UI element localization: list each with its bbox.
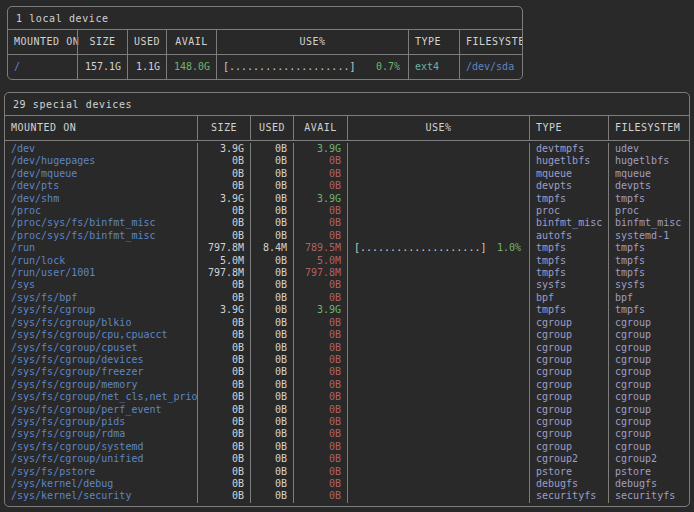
filesystem-value: cgroup	[608, 342, 689, 354]
size-value: 0B	[197, 366, 250, 378]
table-row: /sys/fs/cgroup/pids0B0B0Bcgroupcgroup	[5, 416, 689, 428]
used-value: 0B	[250, 205, 293, 217]
avail-value: 0B	[293, 354, 347, 366]
type-value: proc	[529, 205, 608, 217]
table-row: /run/user/1001797.8M0B797.8Mtmpfstmpfs	[5, 267, 689, 279]
size-value: 0B	[197, 354, 250, 366]
type-value: ext4	[408, 55, 459, 79]
avail-value: 148.0G	[166, 55, 216, 79]
col-header-type: TYPE	[529, 116, 608, 140]
type-value: binfmt_misc	[529, 217, 608, 229]
table-row: /sys/kernel/debug0B0B0Bdebugfsdebugfs	[5, 478, 689, 490]
type-value: cgroup	[529, 428, 608, 440]
col-header-filesystem: FILESYSTEM	[459, 30, 522, 54]
usage-cell: [....................]0.7%	[216, 55, 408, 79]
type-value: cgroup	[529, 317, 608, 329]
mount-point: /sys/kernel/debug	[5, 478, 197, 490]
size-value: 3.9G	[197, 143, 250, 155]
used-value: 0B	[250, 193, 293, 205]
type-value: securityfs	[529, 490, 608, 502]
type-value: cgroup	[529, 366, 608, 378]
type-value: cgroup	[529, 391, 608, 403]
table-title: 29 special devices	[5, 93, 689, 116]
filesystem-value: cgroup	[608, 354, 689, 366]
filesystem-value: cgroup	[608, 416, 689, 428]
avail-value: 0B	[293, 379, 347, 391]
mount-point: /sys/fs/cgroup/unified	[5, 453, 197, 465]
usage-cell	[347, 354, 529, 366]
avail-value: 0B	[293, 155, 347, 167]
mount-point: /sys/fs/cgroup/systemd	[5, 441, 197, 453]
type-value: cgroup	[529, 404, 608, 416]
used-value: 0B	[250, 267, 293, 279]
usage-cell	[347, 379, 529, 391]
type-value: cgroup	[529, 342, 608, 354]
usage-cell	[347, 441, 529, 453]
filesystem-value: tmpfs	[608, 304, 689, 316]
table-row: /sys/fs/cgroup/devices0B0B0Bcgroupcgroup	[5, 354, 689, 366]
usage-bar: [....................]	[223, 55, 355, 79]
type-value: tmpfs	[529, 304, 608, 316]
type-value: tmpfs	[529, 193, 608, 205]
size-value: 0B	[197, 217, 250, 229]
usage-cell	[347, 490, 529, 502]
avail-value: 0B	[293, 428, 347, 440]
avail-value: 0B	[293, 391, 347, 403]
size-value: 0B	[197, 441, 250, 453]
table-row: /sys0B0B0Bsysfssysfs	[5, 279, 689, 291]
used-value: 0B	[250, 453, 293, 465]
mount-point: /run	[5, 242, 197, 254]
size-value: 0B	[197, 329, 250, 341]
avail-value: 0B	[293, 416, 347, 428]
filesystem-value: cgroup	[608, 391, 689, 403]
mount-point: /dev/pts	[5, 180, 197, 192]
used-value: 0B	[250, 391, 293, 403]
size-value: 0B	[197, 292, 250, 304]
filesystem-value: tmpfs	[608, 267, 689, 279]
type-value: devpts	[529, 180, 608, 192]
table-row: /dev/mqueue0B0B0Bmqueuemqueue	[5, 168, 689, 180]
type-value: cgroup	[529, 329, 608, 341]
mount-point: /sys/fs/cgroup/pids	[5, 416, 197, 428]
filesystem-value: binfmt_misc	[608, 217, 689, 229]
mount-point: /sys/fs/cgroup/memory	[5, 379, 197, 391]
special-devices-table: 29 special devices MOUNTED ON SIZE USED …	[4, 92, 690, 507]
avail-value: 0B	[293, 217, 347, 229]
avail-value: 0B	[293, 478, 347, 490]
filesystem-value: cgroup	[608, 329, 689, 341]
type-value: cgroup	[529, 416, 608, 428]
type-value: cgroup	[529, 379, 608, 391]
filesystem-value: securityfs	[608, 490, 689, 502]
type-value: devtmpfs	[529, 143, 608, 155]
usage-cell	[347, 317, 529, 329]
table-body: /157.1G1.1G148.0G[....................]0…	[8, 55, 522, 79]
used-value: 1.1G	[127, 55, 166, 79]
mount-point: /proc/sys/fs/binfmt_misc	[5, 217, 197, 229]
usage-percent: 0.7%	[376, 55, 400, 79]
usage-cell	[347, 404, 529, 416]
table-row: /sys/fs/cgroup/cpuset0B0B0Bcgroupcgroup	[5, 342, 689, 354]
size-value: 0B	[197, 155, 250, 167]
table-row: /sys/fs/cgroup/rdma0B0B0Bcgroupcgroup	[5, 428, 689, 440]
size-value: 0B	[197, 490, 250, 502]
used-value: 0B	[250, 329, 293, 341]
avail-value: 0B	[293, 279, 347, 291]
type-value: hugetlbfs	[529, 155, 608, 167]
size-value: 0B	[197, 230, 250, 242]
table-row: /sys/fs/cgroup/systemd0B0B0Bcgroupcgroup	[5, 441, 689, 453]
used-value: 8.4M	[250, 242, 293, 254]
size-value: 797.8M	[197, 242, 250, 254]
avail-value: 797.8M	[293, 267, 347, 279]
table-title: 1 local device	[8, 7, 522, 30]
size-value: 157.1G	[77, 55, 127, 79]
table-row: /sys/kernel/security0B0B0Bsecurityfssecu…	[5, 490, 689, 502]
used-value: 0B	[250, 342, 293, 354]
type-value: bpf	[529, 292, 608, 304]
filesystem-value: tmpfs	[608, 242, 689, 254]
usage-cell	[347, 143, 529, 155]
type-value: sysfs	[529, 279, 608, 291]
used-value: 0B	[250, 466, 293, 478]
type-value: cgroup	[529, 441, 608, 453]
avail-value: 789.5M	[293, 242, 347, 254]
usage-cell	[347, 292, 529, 304]
